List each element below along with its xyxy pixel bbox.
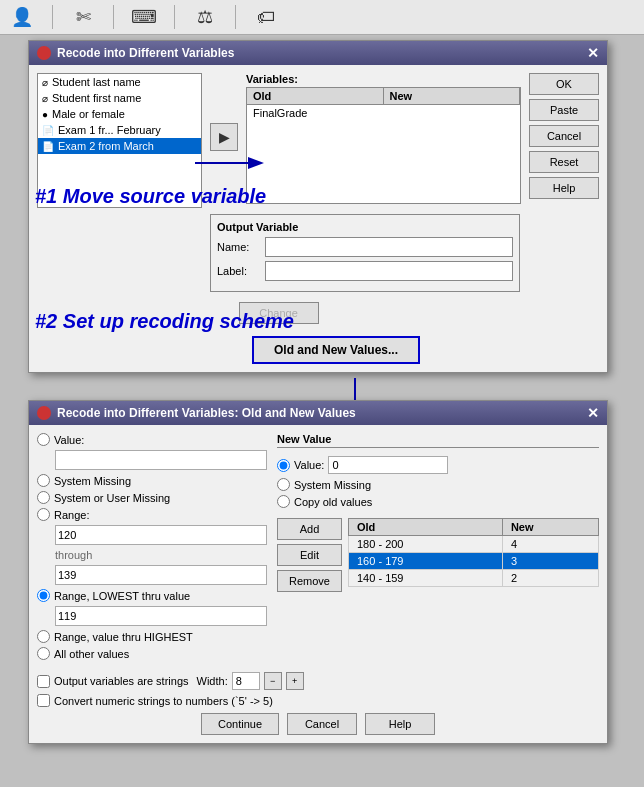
sys-user-missing-label: System or User Missing [54, 492, 170, 504]
paste-button[interactable]: Paste [529, 99, 599, 121]
copy-old-radio[interactable] [277, 495, 290, 508]
lowest-thru-label: Range, LOWEST thru value [54, 590, 190, 602]
system-missing-radio[interactable] [37, 474, 50, 487]
old-value: FinalGrade [253, 107, 384, 119]
old-val-cell: 140 - 159 [349, 570, 503, 587]
scale-icon[interactable]: ⚖ [191, 3, 219, 31]
convert-strings-checkbox[interactable] [37, 694, 50, 707]
output-strings-label: Output variables are strings [54, 675, 189, 687]
remove-button[interactable]: Remove [277, 570, 342, 592]
all-other-radio[interactable] [37, 647, 50, 660]
list-item[interactable]: ● Male or female [38, 106, 201, 122]
system-missing-label: System Missing [54, 475, 131, 487]
final-buttons: Continue Cancel Help [37, 713, 599, 735]
annotation-1: #1 Move source variable [35, 185, 266, 208]
var-icon: ⌀ [42, 93, 48, 104]
width-decrement[interactable]: − [264, 672, 282, 690]
old-new-dialog: Recode into Different Variables: Old and… [28, 400, 608, 744]
separator [235, 5, 236, 29]
person-icon[interactable]: 👤 [8, 3, 36, 31]
lowest-thru-radio[interactable] [37, 589, 50, 602]
list-item[interactable]: ⌀ Student first name [38, 90, 201, 106]
help-button[interactable]: Help [365, 713, 435, 735]
table-row[interactable]: 160 - 179 3 [349, 553, 599, 570]
old-val-cell: 180 - 200 [349, 536, 503, 553]
output-label-input[interactable] [265, 261, 513, 281]
recode-dialog-title-text: Recode into Different Variables [57, 46, 234, 60]
old-new-values-button[interactable]: Old and New Values... [252, 336, 420, 364]
var-icon: 📄 [42, 141, 54, 152]
close-button[interactable]: ✕ [587, 405, 599, 421]
sys-user-missing-radio[interactable] [37, 491, 50, 504]
new-val-cell: 3 [502, 553, 598, 570]
list-item[interactable]: 📄 Exam 2 from March [38, 138, 201, 154]
table-row[interactable]: 180 - 200 4 [349, 536, 599, 553]
table-row[interactable]: 140 - 159 2 [349, 570, 599, 587]
new-value-label: Value: [294, 459, 324, 471]
variables-table-header: Old New [246, 87, 521, 104]
continue-button[interactable]: Continue [201, 713, 279, 735]
dialog-icon [37, 46, 51, 60]
old-new-title-text: Recode into Different Variables: Old and… [57, 406, 356, 420]
width-label: Width: [197, 675, 228, 687]
old-new-body: Value: System Missing System or User Mis… [29, 425, 607, 668]
help-button[interactable]: Help [529, 177, 599, 199]
width-increment[interactable]: + [286, 672, 304, 690]
new-value-title: New Value [277, 433, 599, 448]
close-button[interactable]: ✕ [587, 45, 599, 61]
new-sys-missing-radio[interactable] [277, 478, 290, 491]
edit-button[interactable]: Edit [277, 544, 342, 566]
right-buttons: OK Paste Cancel Reset Help [529, 73, 599, 199]
new-value-radio[interactable] [277, 459, 290, 472]
old-new-bottom: Output variables are strings Width: − + … [29, 668, 607, 743]
keyboard-icon[interactable]: ⌨ [130, 3, 158, 31]
var-label: Exam 2 from March [58, 140, 154, 152]
old-value-input[interactable] [55, 450, 267, 470]
var-label: Student first name [52, 92, 141, 104]
range-radio[interactable] [37, 508, 50, 521]
range-radio-label: Range: [54, 509, 89, 521]
range-to-input[interactable] [55, 565, 267, 585]
list-item[interactable]: 📄 Exam 1 fr... February [38, 122, 201, 138]
ok-button[interactable]: OK [529, 73, 599, 95]
new-val-cell: 2 [502, 570, 598, 587]
table-row[interactable]: FinalGrade [247, 105, 520, 121]
reset-button[interactable]: Reset [529, 151, 599, 173]
move-arrow-button[interactable]: ▶ [210, 123, 238, 151]
separator [113, 5, 114, 29]
variables-table-body: FinalGrade [246, 104, 521, 204]
add-button[interactable]: Add [277, 518, 342, 540]
all-other-label: All other values [54, 648, 129, 660]
var-label: Student last name [52, 76, 141, 88]
separator [174, 5, 175, 29]
variables-section: Variables: Old New FinalGrade [246, 73, 521, 204]
output-variable-section: Output Variable Name: Label: [210, 214, 520, 292]
old-value-section: Value: System Missing System or User Mis… [37, 433, 267, 660]
through-label: through [55, 549, 267, 561]
values-table-container: Old New 180 - 200 4 160 - 179 3 [348, 518, 599, 592]
new-value-section: New Value Value: System Missing Copy old… [277, 433, 599, 660]
val-thru-highest-radio[interactable] [37, 630, 50, 643]
var-label: Male or female [52, 108, 125, 120]
output-var-title: Output Variable [217, 221, 513, 233]
cancel-button[interactable]: Cancel [287, 713, 357, 735]
value-radio[interactable] [37, 433, 50, 446]
new-value-input[interactable] [328, 456, 448, 474]
new-header: New [384, 88, 521, 104]
scissors-icon[interactable]: ✄ [69, 3, 97, 31]
width-input[interactable] [232, 672, 260, 690]
cancel-button[interactable]: Cancel [529, 125, 599, 147]
old-new-dialog-title: Recode into Different Variables: Old and… [29, 401, 607, 425]
variables-label: Variables: [246, 73, 521, 85]
output-name-input[interactable] [265, 237, 513, 257]
var-icon: ⌀ [42, 77, 48, 88]
convert-strings-label: Convert numeric strings to numbers (`5' … [54, 695, 273, 707]
range-from-input[interactable] [55, 525, 267, 545]
list-item[interactable]: ⌀ Student last name [38, 74, 201, 90]
output-strings-checkbox[interactable] [37, 675, 50, 688]
var-icon: ● [42, 109, 48, 120]
tag-icon[interactable]: 🏷 [252, 3, 280, 31]
lowest-thru-input[interactable] [55, 606, 267, 626]
old-header: Old [247, 88, 384, 104]
new-col-header: New [502, 519, 598, 536]
